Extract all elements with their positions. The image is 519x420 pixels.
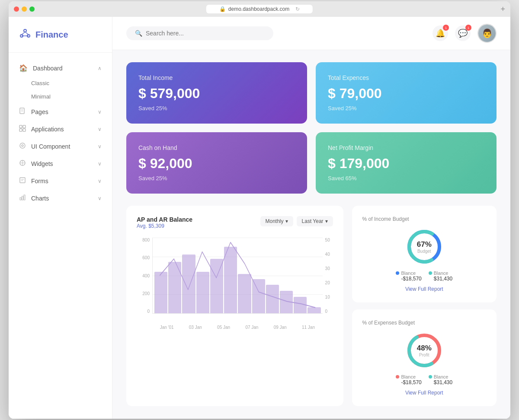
income-view-report[interactable]: View Full Report — [405, 286, 443, 292]
total-income-card: Total Income $ 579,000 Saved 25% — [126, 62, 307, 124]
cash-on-hand-value: $ 92,000 — [138, 156, 295, 172]
sidebar-item-charts[interactable]: Charts ∨ — [9, 190, 112, 207]
logo-icon — [19, 27, 31, 42]
svg-line-4 — [25, 32, 29, 35]
minimize-button[interactable] — [22, 6, 27, 12]
sidebar-label-widgets: Widgets — [31, 160, 98, 167]
logo-text: Finance — [35, 30, 68, 40]
sidebar-item-applications[interactable]: Applications ∨ — [9, 121, 112, 138]
lock-icon: 🔒 — [219, 6, 226, 12]
bar-chart-header: AP and AR Balance Avg. $5,309 Monthly ▾ … — [137, 216, 333, 236]
user-avatar[interactable]: 👨 — [477, 24, 497, 43]
income-legend-item-1: Blance -$18,570 — [396, 270, 421, 282]
browser-titlebar: 🔒 demo.dashboardpack.com ↻ + — [9, 1, 510, 17]
x-labels: Jan '01 03 Jan 05 Jan 07 Jan 09 Jan 11 J… — [137, 325, 333, 330]
chevron-up-icon: ∧ — [98, 65, 102, 71]
chevron-down-icon-widgets: ∨ — [98, 161, 102, 167]
sidebar-label-applications: Applications — [31, 126, 98, 133]
dropdown-icon2: ▾ — [325, 218, 328, 224]
charts-icon — [19, 194, 26, 203]
svg-rect-21 — [20, 197, 21, 200]
search-icon: 🔍 — [135, 30, 142, 37]
browser-url-bar[interactable]: 🔒 demo.dashboardpack.com ↻ — [206, 5, 313, 13]
x-label-09jan: 09 Jan — [274, 325, 287, 330]
expenses-budget-title: % of Expenses Budget — [362, 320, 486, 326]
sidebar-item-pages[interactable]: Pages ∨ — [9, 103, 112, 121]
net-profit-value: $ 179,000 — [328, 156, 484, 172]
svg-line-3 — [22, 32, 25, 35]
search-bar[interactable]: 🔍 — [126, 26, 273, 40]
y2-label-40: 40 — [325, 252, 330, 257]
x-label-11jan: 11 Jan — [302, 325, 315, 330]
y-label-800: 800 — [142, 238, 150, 242]
monthly-filter[interactable]: Monthly ▾ — [260, 216, 293, 226]
pages-icon — [19, 108, 26, 116]
sidebar-navigation: 🏠 Dashboard ∧ Classic Minimal — [9, 53, 112, 214]
browser-window: 🔒 demo.dashboardpack.com ↻ + — [9, 1, 510, 419]
bar-chart-area: 800 600 400 200 0 — [137, 238, 333, 330]
total-expenses-card: Total Expences $ 79,000 Saved 25% — [316, 62, 497, 124]
expenses-budget-card: % of Expenses Budget 48% Prof — [352, 309, 497, 406]
svg-point-13 — [20, 143, 25, 148]
y2-label-0: 0 — [325, 309, 328, 314]
svg-rect-10 — [23, 125, 26, 128]
sidebar-label-dashboard: Dashboard — [33, 65, 98, 72]
legend-dot-teal — [429, 271, 432, 275]
search-input[interactable] — [146, 30, 265, 37]
browser-buttons — [14, 6, 35, 12]
applications-icon — [19, 125, 26, 134]
x-label-07jan: 07 Jan — [245, 325, 258, 330]
legend-dot-teal-2 — [429, 375, 432, 379]
add-tab-button[interactable]: + — [500, 5, 505, 14]
income-legend: Blance -$18,570 Blance — [396, 270, 452, 282]
sidebar-item-dashboard[interactable]: 🏠 Dashboard ∧ — [9, 60, 112, 76]
svg-rect-12 — [23, 129, 26, 131]
expenses-legend: Blance -$18,570 Blance — [396, 374, 452, 385]
svg-rect-18 — [20, 178, 25, 183]
close-button[interactable] — [14, 6, 19, 12]
y2-label-50: 50 — [325, 238, 330, 242]
app-body: Finance 🏠 Dashboard ∧ Classic Minimal — [9, 17, 510, 419]
header: 🔍 🔔 1 💬 1 👨 — [112, 17, 510, 50]
income-donut-label: 67% Budget — [417, 240, 432, 254]
message-badge: 1 — [465, 25, 471, 31]
year-label: Last Year — [302, 218, 324, 224]
forms-icon — [19, 177, 26, 185]
legend-dot-red — [396, 375, 399, 379]
message-button[interactable]: 💬 1 — [455, 25, 471, 41]
bar-chart-card: AP and AR Balance Avg. $5,309 Monthly ▾ … — [126, 206, 343, 406]
notification-button[interactable]: 🔔 1 — [432, 25, 448, 41]
income-budget-card: % of Income Budget 67% Budget — [352, 206, 497, 302]
expenses-view-report[interactable]: View Full Report — [405, 390, 443, 396]
sidebar-item-minimal[interactable]: Minimal — [9, 90, 112, 103]
expenses-donut-container: 48% Profit Blance — [362, 331, 486, 396]
total-expenses-label: Total Expences — [328, 74, 484, 81]
net-profit-sub: Saved 65% — [328, 175, 484, 181]
sidebar-item-classic[interactable]: Classic — [9, 76, 112, 90]
income-legend-value-2: $31,430 — [429, 276, 452, 282]
bar-chart-title: AP and AR Balance — [137, 216, 192, 223]
sidebar: Finance 🏠 Dashboard ∧ Classic Minimal — [9, 17, 112, 419]
income-budget-title: % of Income Budget — [362, 216, 486, 222]
y-label-0: 0 — [147, 309, 150, 314]
sidebar-label-ui-component: UI Component — [31, 143, 98, 150]
monthly-label: Monthly — [266, 218, 284, 224]
main-content: 🔍 🔔 1 💬 1 👨 — [112, 17, 510, 419]
sidebar-item-widgets[interactable]: Widgets ∨ — [9, 155, 112, 172]
sidebar-item-ui-component[interactable]: UI Component ∨ — [9, 138, 112, 155]
chevron-down-icon-apps: ∨ — [98, 126, 102, 132]
year-filter[interactable]: Last Year ▾ — [297, 216, 333, 226]
sidebar-item-forms[interactable]: Forms ∨ — [9, 172, 112, 190]
y-label-600: 600 — [142, 255, 150, 260]
income-legend-item-2: Blance $31,430 — [429, 270, 452, 282]
x-label-05jan: 05 Jan — [217, 325, 230, 330]
cash-on-hand-card: Cash on Hand $ 92,000 Saved 25% — [126, 132, 307, 194]
widgets-icon — [19, 159, 26, 168]
sidebar-label-pages: Pages — [31, 108, 98, 115]
notification-badge: 1 — [443, 25, 449, 31]
expenses-legend-label-2: Blance — [434, 374, 449, 379]
svg-point-0 — [24, 29, 26, 32]
maximize-button[interactable] — [29, 6, 35, 12]
x-label-03jan: 03 Jan — [189, 325, 202, 330]
svg-rect-22 — [22, 196, 23, 200]
